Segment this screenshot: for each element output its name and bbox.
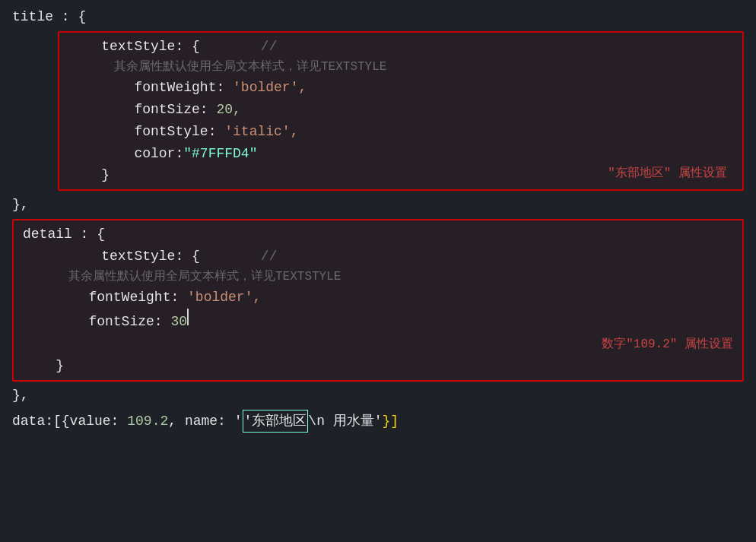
detail-fontweight-key: fontWeight: [23,287,179,309]
title-annotation: "东部地区" 属性设置 [608,164,727,184]
fontsize-key: fontSize: [68,99,208,121]
detail-line: detail : { [23,223,733,246]
color-key: color: [68,143,183,165]
detail-textstyle-open: textStyle: { // [23,246,733,268]
data-name-val-part2: \n 用水量 [308,410,373,433]
data-quote-open: ' [234,410,243,433]
title-line: title : { [12,6,744,28]
detail-fontweight-val: 'bolder', [187,287,261,309]
title-fontsize-line: fontSize: 20, [68,99,733,121]
text-cursor [187,309,189,325]
title-textstyle-open: textStyle: { // [68,36,733,58]
detail-fontsize-key: fontSize: [23,311,163,333]
detail-fontsize-val: 30 [170,311,187,333]
title-color-line: color: "#7FFFD4" [68,143,733,165]
detail-watermark-text: 其余属性默认使用全局文本样式，详见TEXTSTYLE [23,268,341,287]
detail-textstyle-key: textStyle: { [68,246,200,268]
detail-inner-brace: } [23,355,64,377]
title-fontstyle-line: fontStyle: 'italic', [68,121,733,143]
title-outer-close: }, [12,194,744,216]
data-name-key: name: [185,410,226,433]
detail-inner-close: } [23,355,733,377]
inner-close-brace: } [68,164,110,186]
data-value: 109.2 [127,410,168,433]
data-close-brackets: }] [383,410,399,433]
textstyle-key: textStyle: { [68,36,200,58]
outer-close-brace-title: }, [12,194,29,216]
data-name-val-part1: '东部地区 [243,410,309,433]
data-quote-close: ' [374,410,383,433]
fontweight-val: 'bolder', [233,77,307,99]
fontstyle-val: 'italic', [224,121,298,143]
comment-1: // [261,36,278,58]
detail-fontsize-line: fontSize: 30 [23,309,733,332]
fontsize-val: 20, [216,99,240,121]
title-highlight-box: textStyle: { // 其余属性默认使用全局文本样式，详见TEXTSTY… [58,31,744,191]
detail-outer-close: }, [12,385,744,407]
comment-2: // [261,246,278,268]
color-val: "#7FFFD4" [183,143,257,165]
detail-annotation: 数字"109.2" 属性设置 [23,335,733,355]
data-line: data:[{value: 109.2 , name: ''东部地区\n 用水量… [12,410,744,433]
data-prefix: data:[{value: [12,410,119,433]
detail-fontweight-line: fontWeight: 'bolder', [23,287,733,309]
data-comma: , [168,410,185,433]
watermark-text: 其余属性默认使用全局文本样式，详见TEXTSTYLE [68,58,386,78]
fontstyle-key: fontStyle: [68,121,216,143]
fontweight-key: fontWeight: [68,77,224,99]
detail-key: detail : { [23,223,105,246]
code-editor: title : { textStyle: { // 其余属性默认使用全局文本样式… [12,6,744,433]
detail-watermark: 其余属性默认使用全局文本样式，详见TEXTSTYLE [23,268,733,287]
title-fontweight-line: fontWeight: 'bolder', [68,77,733,99]
outer-close-brace-detail: }, [12,385,29,407]
detail-highlight-box: detail : { textStyle: { // 其余属性默认使用全局文本样… [12,219,744,382]
title-watermark: 其余属性默认使用全局文本样式，详见TEXTSTYLE [68,58,733,78]
title-key: title : { [12,6,86,28]
